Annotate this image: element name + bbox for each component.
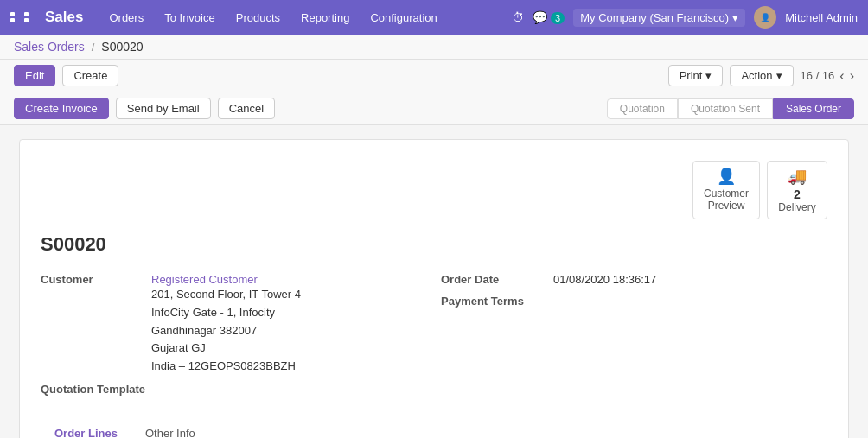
edit-button[interactable]: Edit — [14, 65, 55, 86]
user-name: Mitchell Admin — [785, 11, 858, 24]
print-chevron-icon: ▾ — [705, 69, 712, 82]
cancel-button[interactable]: Cancel — [218, 98, 275, 119]
brand-label: Sales — [45, 9, 83, 26]
smart-buttons: 👤 Customer Preview 🚚 2 Delivery — [41, 161, 827, 219]
next-button[interactable]: › — [850, 68, 854, 84]
company-name: My Company (San Francisco) — [580, 11, 729, 24]
customer-preview-button[interactable]: 👤 Customer Preview — [692, 161, 760, 219]
tab-other-info[interactable]: Other Info — [131, 420, 209, 438]
form-section: Customer Registered Customer 201, Second… — [41, 273, 827, 403]
send-email-button[interactable]: Send by Email — [116, 98, 211, 119]
document-card: 👤 Customer Preview 🚚 2 Delivery S00020 C… — [19, 139, 849, 438]
step-sales-order[interactable]: Sales Order — [773, 98, 854, 119]
prev-button[interactable]: ‹ — [839, 68, 844, 84]
delivery-count: 2 — [794, 187, 801, 201]
menu-products[interactable]: Products — [227, 8, 289, 28]
action-chevron-icon: ▾ — [776, 69, 782, 82]
document-title: S00020 — [41, 233, 827, 256]
customer-row: Customer Registered Customer 201, Second… — [41, 273, 427, 376]
menu-orders[interactable]: Orders — [100, 8, 152, 28]
menu-configuration[interactable]: Configuration — [361, 8, 445, 28]
payment-terms-label: Payment Terms — [441, 295, 553, 308]
apps-grid-icon[interactable] — [10, 12, 36, 22]
delivery-icon: 🚚 — [788, 167, 807, 186]
pagination: 16 / 16 ‹ › — [801, 68, 854, 84]
order-date-value: 01/08/2020 18:36:17 — [553, 273, 656, 286]
order-date-label: Order Date — [441, 273, 553, 286]
customer-preview-sublabel: Preview — [708, 200, 745, 212]
customer-name[interactable]: Registered Customer — [151, 273, 301, 286]
top-menu: Orders To Invoice Products Reporting Con… — [100, 8, 512, 28]
customer-preview-label: Customer — [704, 187, 749, 200]
main-content: 👤 Customer Preview 🚚 2 Delivery S00020 C… — [0, 125, 868, 438]
left-fields: Customer Registered Customer 201, Second… — [41, 273, 427, 403]
quotation-template-row: Quotation Template — [41, 383, 427, 396]
status-steps: Quotation Quotation Sent Sales Order — [607, 98, 854, 119]
status-bar: Create Invoice Send by Email Cancel Quot… — [0, 92, 868, 125]
topnav-right: ⏱ 💬 3 My Company (San Francisco) ▾ 👤 Mit… — [512, 6, 858, 29]
chevron-down-icon: ▾ — [732, 11, 738, 24]
customer-label: Customer — [41, 273, 144, 286]
breadcrumb-separator: / — [92, 41, 95, 54]
create-invoice-button[interactable]: Create Invoice — [14, 98, 109, 119]
breadcrumb-parent[interactable]: Sales Orders — [14, 40, 85, 54]
print-button[interactable]: Print ▾ — [668, 65, 724, 86]
help-icon[interactable]: ⏱ — [512, 10, 524, 24]
menu-to-invoice[interactable]: To Invoice — [156, 8, 224, 28]
breadcrumb-current: S00020 — [101, 40, 143, 54]
right-fields: Order Date 01/08/2020 18:36:17 Payment T… — [441, 273, 827, 403]
chat-icon[interactable]: 💬 3 — [533, 10, 565, 24]
create-button[interactable]: Create — [62, 65, 118, 86]
company-selector[interactable]: My Company (San Francisco) ▾ — [573, 9, 745, 27]
step-quotation[interactable]: Quotation — [607, 98, 678, 119]
payment-terms-row: Payment Terms — [441, 295, 827, 308]
delivery-label: Delivery — [778, 201, 815, 213]
tab-order-lines[interactable]: Order Lines — [41, 420, 131, 438]
breadcrumb: Sales Orders / S00020 — [0, 35, 868, 60]
customer-icon: 👤 — [717, 167, 736, 186]
tabs: Order Lines Other Info — [41, 420, 827, 438]
chat-badge: 3 — [551, 12, 565, 24]
step-quotation-sent[interactable]: Quotation Sent — [678, 98, 773, 119]
delivery-button[interactable]: 🚚 2 Delivery — [767, 161, 827, 219]
top-navigation: Sales Orders To Invoice Products Reporti… — [0, 0, 868, 35]
action-button[interactable]: Action ▾ — [730, 65, 793, 86]
action-bar: Edit Create Print ▾ Action ▾ 16 / 16 ‹ › — [0, 60, 868, 92]
avatar[interactable]: 👤 — [754, 6, 776, 29]
menu-reporting[interactable]: Reporting — [292, 8, 358, 28]
quotation-template-label: Quotation Template — [41, 383, 145, 396]
order-date-row: Order Date 01/08/2020 18:36:17 — [441, 273, 827, 286]
customer-value: Registered Customer 201, Second Floor, I… — [151, 273, 301, 376]
customer-address: 201, Second Floor, IT Tower 4 InfoCity G… — [151, 286, 301, 376]
